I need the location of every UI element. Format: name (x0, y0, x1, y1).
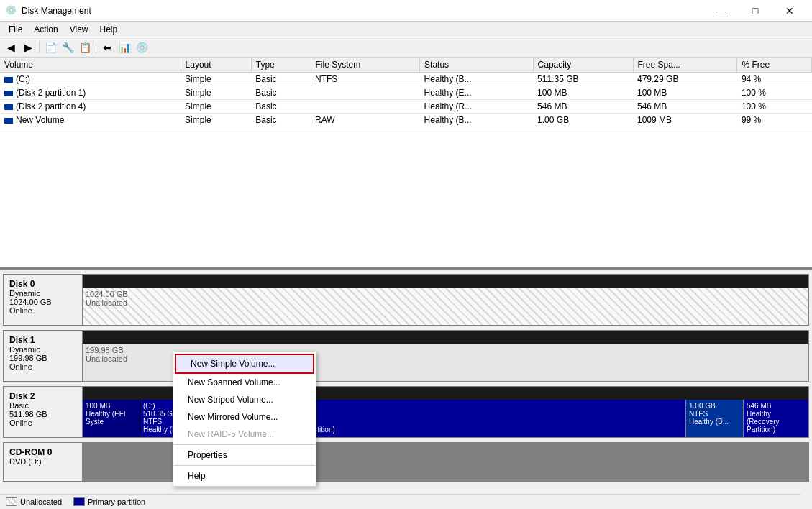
table-row[interactable]: (C:) Simple Basic NTFS Healthy (B... 511… (0, 73, 812, 86)
disk-row-1: Disk 1 Dynamic 199.98 GB Online 199.98 G… (3, 330, 809, 382)
menu-action[interactable]: Action (28, 23, 63, 36)
close-button[interactable]: ✕ (773, 3, 806, 19)
disk-1-header-bar (83, 331, 808, 344)
ctx-properties[interactable]: Properties (173, 446, 316, 464)
cdrom-row: CD-ROM 0 DVD (D:) (3, 442, 809, 482)
legend-unallocated-box (6, 497, 17, 506)
toolbar-separator-2 (96, 42, 96, 53)
legend-primary: Primary partition (73, 497, 145, 506)
cell-pct: 99 % (737, 114, 812, 127)
disk-0-name: Disk 0 (9, 279, 76, 289)
toolbar-new[interactable]: 📄 (42, 40, 58, 55)
cell-layout: Simple (181, 114, 251, 127)
col-layout[interactable]: Layout (181, 58, 251, 73)
legend-unallocated-label: Unallocated (20, 497, 62, 506)
toolbar-chart[interactable]: 📊 (117, 40, 132, 55)
toolbar-refresh[interactable]: 📋 (77, 40, 93, 55)
title-bar: 💿 Disk Management — □ ✕ (0, 0, 812, 22)
minimize-button[interactable]: — (704, 3, 737, 19)
disk-2-size: 511.98 GB (9, 410, 76, 418)
ctx-new-raid5-volume: New RAID-5 Volume... (173, 426, 316, 443)
table-row[interactable]: (Disk 2 partition 1) Simple Basic Health… (0, 86, 812, 100)
col-status[interactable]: Status (420, 58, 534, 73)
toolbar-properties[interactable]: 🔧 (60, 40, 76, 55)
cell-type: Basic (251, 100, 311, 114)
ctx-separator-2 (173, 465, 316, 466)
context-menu: New Simple Volume... New Spanned Volume.… (173, 352, 316, 487)
disk-2-type: Basic (9, 401, 76, 410)
toolbar-forward[interactable]: ▶ (20, 40, 36, 55)
ctx-new-spanned-volume[interactable]: New Spanned Volume... (173, 374, 316, 391)
cell-free: 1009 MB (633, 114, 737, 127)
disk-1-label: Disk 1 Dynamic 199.98 GB Online (4, 331, 83, 381)
cell-status: Healthy (R... (420, 100, 534, 114)
toolbar: ◀ ▶ 📄 🔧 📋 ⬅ 📊 💿 (0, 37, 812, 58)
disk-2-partition-newvol[interactable]: 1.00 GBNTFSHealthy (B... (686, 400, 744, 437)
cell-fs (311, 86, 420, 100)
menu-file[interactable]: File (3, 23, 28, 36)
menu-bar: File Action View Help (0, 22, 812, 37)
table-row[interactable]: (Disk 2 partition 4) Simple Basic Health… (0, 100, 812, 114)
disk-row-0: Disk 0 Dynamic 1024.00 GB Online 1024.00… (3, 274, 809, 326)
cell-fs (311, 100, 420, 114)
col-freespace[interactable]: Free Spa... (633, 58, 737, 73)
col-pctfree[interactable]: % Free (737, 58, 812, 73)
cell-type: Basic (251, 114, 311, 127)
cell-layout: Simple (181, 86, 251, 100)
disk-1-status: Online (9, 362, 76, 371)
disk-0-partition-0-label: 1024.00 GBUnallocated (86, 290, 805, 307)
legend-primary-box (73, 497, 85, 506)
app-icon: 💿 (6, 5, 17, 17)
menu-view[interactable]: View (64, 23, 94, 36)
cell-capacity: 546 MB (533, 100, 633, 114)
cell-free: 546 MB (633, 100, 737, 114)
ctx-help[interactable]: Help (173, 467, 316, 485)
ctx-separator-1 (173, 444, 316, 445)
disk-2-partition-recovery[interactable]: 546 MBHealthy (Recovery Partition) (744, 400, 808, 437)
disk-0-content: 1024.00 GBUnallocated (83, 275, 808, 325)
table-row[interactable]: New Volume Simple Basic RAW Healthy (B..… (0, 114, 812, 127)
ctx-new-simple-volume[interactable]: New Simple Volume... (175, 354, 314, 374)
disk-0-partitions: 1024.00 GBUnallocated (83, 288, 808, 325)
cell-layout: Simple (181, 73, 251, 86)
legend-unallocated: Unallocated (6, 497, 62, 506)
col-filesystem[interactable]: File System (311, 58, 420, 73)
col-type[interactable]: Type (251, 58, 311, 73)
cell-free: 479.29 GB (633, 73, 737, 86)
cell-capacity: 511.35 GB (533, 73, 633, 86)
toolbar-disk[interactable]: 💿 (134, 40, 150, 55)
cell-status: Healthy (E... (420, 86, 534, 100)
main-container: Volume Layout Type File System Status Ca… (0, 58, 812, 509)
col-capacity[interactable]: Capacity (533, 58, 633, 73)
disk-2-partition-efi[interactable]: 100 MBHealthy (EFI Syste (83, 400, 140, 437)
menu-help[interactable]: Help (94, 23, 124, 36)
cell-type: Basic (251, 73, 311, 86)
cell-capacity: 100 MB (533, 86, 633, 100)
toolbar-back[interactable]: ◀ (3, 40, 19, 55)
maximize-button[interactable]: □ (739, 3, 772, 19)
disk-1-type: Dynamic (9, 345, 76, 354)
disk-view-pane: Disk 0 Dynamic 1024.00 GB Online 1024.00… (0, 270, 812, 509)
cdrom-label: CD-ROM 0 DVD (D:) (4, 443, 83, 481)
ctx-new-mirrored-volume[interactable]: New Mirrored Volume... (173, 408, 316, 426)
disk-0-type: Dynamic (9, 289, 76, 298)
disk-2-status: Online (9, 418, 76, 427)
cell-type: Basic (251, 86, 311, 100)
disk-0-partition-0[interactable]: 1024.00 GBUnallocated (83, 288, 808, 325)
cell-layout: Simple (181, 100, 251, 114)
col-volume[interactable]: Volume (0, 58, 181, 73)
disk-row-2: Disk 2 Basic 511.98 GB Online 100 MBHeal… (3, 386, 809, 438)
cell-free: 100 MB (633, 86, 737, 100)
disk-2-label: Disk 2 Basic 511.98 GB Online (4, 387, 83, 437)
disk-0-size: 1024.00 GB (9, 298, 76, 306)
window-title: Disk Management (22, 6, 704, 16)
disk-0-label: Disk 0 Dynamic 1024.00 GB Online (4, 275, 83, 325)
legend-primary-label: Primary partition (88, 497, 145, 506)
toolbar-undo[interactable]: ⬅ (99, 40, 115, 55)
volume-list-pane: Volume Layout Type File System Status Ca… (0, 58, 812, 270)
cell-volume: (Disk 2 partition 1) (0, 86, 181, 100)
cell-volume: (C:) (0, 73, 181, 86)
cell-status: Healthy (B... (420, 114, 534, 127)
ctx-new-striped-volume[interactable]: New Striped Volume... (173, 391, 316, 408)
disk-0-header-bar (83, 275, 808, 288)
